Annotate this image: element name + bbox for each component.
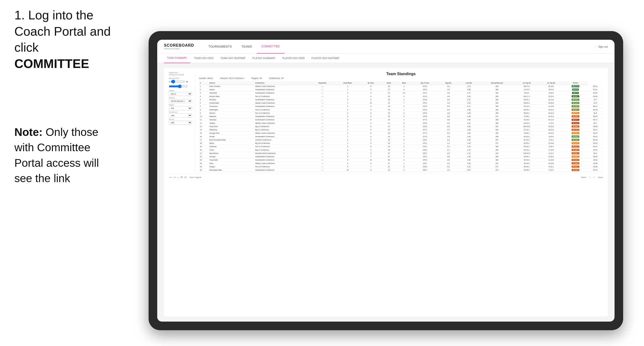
table-row: 1North CarolinaAtlantic Coast Conference… bbox=[199, 85, 603, 88]
logo-sub: Powered by clippd bbox=[164, 48, 194, 50]
col-vs50: Vs Top 50 bbox=[539, 81, 563, 85]
tablet-screen: SCOREBOARD Powered by clippd TOURNAMENTS… bbox=[157, 40, 614, 322]
table-row: 6Florida StateAtlantic Coast Conference—… bbox=[199, 101, 603, 105]
table-row: 12VirginiaAtlantic Coast Conference—3821… bbox=[199, 122, 603, 125]
table-row: 13Texas TechBig 12 Conference—19272276.9… bbox=[199, 125, 603, 128]
sub-nav-team-h2h-grid[interactable]: TEAM H2H GRID bbox=[191, 54, 216, 63]
scoreboard-logo: SCOREBOARD Powered by clippd bbox=[164, 43, 194, 50]
col-overall: Overall Record bbox=[480, 81, 514, 85]
col-vs25: Vs Top 25 bbox=[514, 81, 539, 85]
table-row: 24DukeAtlantic Coast Conference—59271278… bbox=[199, 162, 603, 165]
table-row: 26Mississippi StateSoutheastern Conferen… bbox=[199, 169, 603, 172]
toolbar-home[interactable]: ⌂ bbox=[176, 176, 180, 179]
tablet-frame: SCOREBOARD Powered by clippd TOURNAMENTS… bbox=[148, 31, 623, 330]
nav-tournaments[interactable]: TOURNAMENTS bbox=[204, 40, 237, 54]
region-filter-label: Region bbox=[169, 104, 192, 106]
nav-committee[interactable]: COMMITTEE bbox=[257, 40, 285, 54]
min-rounds-slider[interactable] bbox=[171, 80, 185, 84]
conference-filter-label: Conference bbox=[169, 111, 192, 113]
logo-title: SCOREBOARD bbox=[164, 43, 194, 48]
content-card: Update time: 27/03/2024 16:56:26 Minimum… bbox=[164, 68, 608, 316]
nav-teams[interactable]: TEAMS bbox=[237, 40, 257, 54]
standings-table: # School Conference Reg Rank Conf Rank N… bbox=[199, 81, 603, 172]
instruction-title: 1. Log into the Coach Portal and click C… bbox=[14, 7, 115, 72]
col-wins: Wins bbox=[397, 81, 412, 85]
max-rounds-val: 30 bbox=[186, 81, 188, 83]
col-no-tour: No Tour bbox=[360, 81, 381, 85]
col-conf-rank: Conf Rank bbox=[334, 81, 360, 85]
col-rnds: Rnds bbox=[381, 81, 397, 85]
col-reg-rank: Reg Rank bbox=[310, 81, 334, 85]
col-adj-par: Adj. To Par bbox=[412, 81, 438, 85]
region-display: Region: All bbox=[252, 77, 262, 79]
toolbar-copy[interactable]: ⧉ bbox=[180, 175, 183, 179]
sub-nav-player-summary[interactable]: PLAYER SUMMARY bbox=[250, 54, 278, 63]
sign-out-button[interactable]: Sign out bbox=[598, 45, 608, 48]
division-filter-label: Division bbox=[169, 97, 192, 99]
app-header: SCOREBOARD Powered by clippd TOURNAMENTS… bbox=[157, 40, 614, 54]
table-row: 10AlabamaSoutheastern Conference—5623327… bbox=[199, 115, 603, 118]
school-filter-label: School bbox=[169, 118, 192, 120]
col-rank: # bbox=[199, 81, 208, 85]
toolbar-watch[interactable]: Watch bbox=[581, 176, 586, 178]
division-display: Division: NCAA Division I bbox=[220, 77, 244, 79]
update-time: 27/03/2024 16:56:26 bbox=[169, 74, 192, 76]
note-bold: Note: bbox=[14, 126, 43, 138]
table-row: 7TennesseeSoutheastern Conference—461822… bbox=[199, 105, 603, 108]
table-row: 22GeorgiaSoutheastern Conference—8721127… bbox=[199, 155, 603, 159]
nav-separator: | bbox=[596, 45, 596, 48]
table-row: 3VanderbiltSoutheastern Conference—28246… bbox=[199, 91, 603, 95]
region-filter-select[interactable]: N/A bbox=[169, 106, 192, 110]
table-row: 5Ole MissSoutheastern Conference—3618127… bbox=[199, 98, 603, 101]
table-row: 16FloridaSoutheastern Conference—7924427… bbox=[199, 135, 603, 138]
col-points: Points bbox=[564, 81, 588, 85]
table-row: 18IllinoisBig Ten Conference—16231279.1-… bbox=[199, 142, 603, 145]
toolbar-icon2: ⤢ bbox=[594, 176, 595, 178]
sub-nav-player-h2h-heatmap[interactable]: PLAYER H2H HEATMAP bbox=[309, 54, 342, 63]
table-row: 9ArizonaPac-12 Conference—38234276.3-4.6… bbox=[199, 112, 603, 115]
instruction-area: 1. Log into the Coach Portal and click C… bbox=[14, 7, 115, 72]
table-row: 20TexasBig 12 Conference—39280278.6-0.71… bbox=[199, 148, 603, 152]
table-row: 14OklahomaBig 12 Conference—28242277.2-3… bbox=[199, 128, 603, 132]
table-row: 8WashingtonPac-12 Conference—28231276.3-… bbox=[199, 108, 603, 112]
gender-filter-label: Gender bbox=[169, 90, 192, 91]
table-row: 2AuburnSoutheastern Conference—19276273.… bbox=[199, 88, 603, 91]
table-row: 15Georgia TechAtlantic Coast Conference—… bbox=[199, 132, 603, 135]
sub-nav-team-h2h-heatmap[interactable]: TEAM H2H HEATMAP bbox=[218, 54, 248, 63]
main-content: Update time: 27/03/2024 16:56:26 Minimum… bbox=[157, 63, 614, 321]
school-filter-select[interactable]: (All) bbox=[169, 121, 192, 125]
min-rounds-label: Minimum Rou... bbox=[169, 78, 192, 79]
table-row: 17East Tennessee StateSouthern Conferenc… bbox=[199, 138, 603, 142]
gender-display: Gender: Men's bbox=[199, 77, 213, 79]
card-title: Team Standings bbox=[199, 72, 603, 76]
table-row: 19CaliforniaPac-12 Conference—48242278.2… bbox=[199, 145, 603, 148]
division-filter-select[interactable]: NCAA Division I bbox=[169, 99, 192, 103]
committee-keyword: COMMITTEE bbox=[14, 57, 89, 71]
max-rounds-slider[interactable] bbox=[169, 84, 188, 88]
min-rounds-val: 4 bbox=[169, 81, 170, 83]
col-avg-sg: Avg SG bbox=[438, 81, 458, 85]
col-conference: Conference bbox=[254, 81, 310, 85]
toolbar-undo[interactable]: ↩ bbox=[169, 176, 172, 179]
conference-display: Conference: All bbox=[269, 77, 284, 79]
table-row: 4Arizona StatePac-12 Conference—16234274… bbox=[199, 95, 603, 98]
table-row: 23Texas A&MSoutheastern Conference—91030… bbox=[199, 159, 603, 162]
table-row: 11ArkansasSoutheastern Conference—682432… bbox=[199, 118, 603, 122]
conference-filter-select[interactable]: (All) bbox=[169, 113, 192, 118]
table-row: 25OregonPac-12 Conference—57210278.5-3.1… bbox=[199, 165, 603, 169]
toolbar-share[interactable]: Share bbox=[598, 176, 603, 178]
col-low-rd: Low Rd. bbox=[458, 81, 480, 85]
update-label: Update time: bbox=[169, 72, 192, 73]
toolbar-icon1: □ bbox=[589, 176, 590, 178]
col-school: School bbox=[208, 81, 254, 85]
table-row: 21New MexicoMountain West Conference—192… bbox=[199, 152, 603, 155]
note-area: Note: Only those with Committee Portal a… bbox=[14, 124, 106, 186]
sub-nav: TEAM SUMMARY TEAM H2H GRID TEAM H2H HEAT… bbox=[157, 54, 614, 63]
nav-items: TOURNAMENTS TEAMS COMMITTEE bbox=[204, 40, 596, 54]
toolbar-redo[interactable]: ↪ bbox=[172, 176, 176, 179]
toolbar-clock[interactable]: ⏱ bbox=[183, 176, 188, 179]
toolbar-view[interactable]: View: Original bbox=[190, 176, 201, 178]
gender-filter-select[interactable]: Men's Women's bbox=[169, 92, 192, 96]
sub-nav-team-summary[interactable]: TEAM SUMMARY bbox=[164, 54, 190, 63]
sub-nav-player-h2h-grid[interactable]: PLAYER H2H GRID bbox=[280, 54, 308, 63]
